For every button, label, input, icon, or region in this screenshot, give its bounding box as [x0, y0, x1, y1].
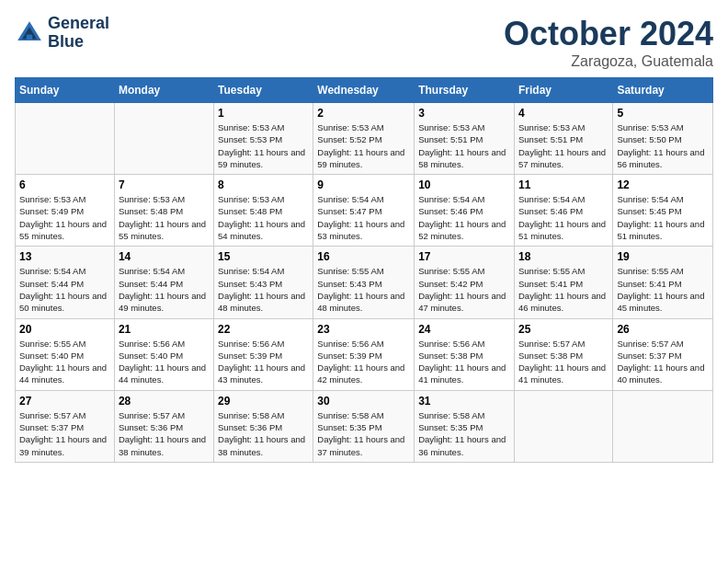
day-info: Sunrise: 5:57 AMSunset: 5:36 PMDaylight:… [119, 409, 210, 458]
logo-icon [15, 18, 44, 48]
calendar-day-cell: 6 Sunrise: 5:53 AMSunset: 5:49 PMDayligh… [16, 175, 115, 247]
day-info: Sunrise: 5:57 AMSunset: 5:38 PMDaylight:… [518, 338, 609, 386]
calendar-body: 1 Sunrise: 5:53 AMSunset: 5:53 PMDayligh… [16, 103, 713, 463]
calendar-day-cell: 24 Sunrise: 5:56 AMSunset: 5:38 PMDaylig… [415, 318, 515, 390]
day-number: 29 [218, 395, 309, 408]
day-number: 31 [418, 395, 510, 408]
day-number: 14 [119, 250, 210, 263]
calendar-day-cell: 19 Sunrise: 5:55 AMSunset: 5:41 PMDaylig… [613, 247, 713, 318]
day-number: 21 [119, 323, 210, 336]
day-info: Sunrise: 5:53 AMSunset: 5:48 PMDaylight:… [218, 193, 309, 242]
day-info: Sunrise: 5:53 AMSunset: 5:53 PMDaylight:… [218, 121, 309, 170]
day-info: Sunrise: 5:53 AMSunset: 5:48 PMDaylight:… [119, 193, 210, 242]
day-number: 27 [19, 395, 110, 408]
calendar-week-row: 1 Sunrise: 5:53 AMSunset: 5:53 PMDayligh… [16, 103, 713, 175]
calendar-day-cell: 17 Sunrise: 5:55 AMSunset: 5:42 PMDaylig… [415, 247, 515, 318]
weekday-header-cell: Sunday [16, 78, 115, 103]
day-info: Sunrise: 5:57 AMSunset: 5:37 PMDaylight:… [617, 338, 709, 386]
day-info: Sunrise: 5:54 AMSunset: 5:45 PMDaylight:… [617, 193, 709, 242]
day-info: Sunrise: 5:55 AMSunset: 5:41 PMDaylight:… [518, 265, 609, 314]
calendar-day-cell: 20 Sunrise: 5:55 AMSunset: 5:40 PMDaylig… [16, 318, 115, 390]
day-number: 7 [119, 178, 210, 191]
day-number: 24 [418, 323, 510, 336]
day-info: Sunrise: 5:58 AMSunset: 5:36 PMDaylight:… [218, 409, 309, 458]
page-header: General Blue October 2024 Zaragoza, Guat… [15, 15, 713, 70]
day-number: 17 [418, 250, 510, 263]
day-info: Sunrise: 5:57 AMSunset: 5:37 PMDaylight:… [19, 409, 110, 458]
calendar-day-cell: 27 Sunrise: 5:57 AMSunset: 5:37 PMDaylig… [16, 390, 115, 462]
calendar-day-cell: 11 Sunrise: 5:54 AMSunset: 5:46 PMDaylig… [514, 175, 612, 247]
day-number: 26 [617, 323, 709, 336]
day-number: 13 [19, 250, 110, 263]
day-number: 10 [418, 178, 510, 191]
day-info: Sunrise: 5:55 AMSunset: 5:40 PMDaylight:… [19, 338, 110, 386]
weekday-header-cell: Tuesday [214, 78, 313, 103]
weekday-header-cell: Saturday [613, 78, 713, 103]
calendar-week-row: 27 Sunrise: 5:57 AMSunset: 5:37 PMDaylig… [16, 390, 713, 462]
day-number: 9 [317, 178, 410, 191]
day-number: 19 [617, 250, 709, 263]
day-info: Sunrise: 5:54 AMSunset: 5:43 PMDaylight:… [218, 265, 309, 314]
calendar-day-cell: 13 Sunrise: 5:54 AMSunset: 5:44 PMDaylig… [16, 247, 115, 318]
day-number: 28 [119, 395, 210, 408]
day-number: 3 [418, 107, 510, 120]
calendar-day-cell: 4 Sunrise: 5:53 AMSunset: 5:51 PMDayligh… [514, 103, 612, 175]
location-subtitle: Zaragoza, Guatemala [504, 53, 713, 70]
calendar-table: SundayMondayTuesdayWednesdayThursdayFrid… [15, 77, 713, 463]
weekday-header-row: SundayMondayTuesdayWednesdayThursdayFrid… [16, 78, 713, 103]
calendar-day-cell: 9 Sunrise: 5:54 AMSunset: 5:47 PMDayligh… [313, 175, 415, 247]
day-info: Sunrise: 5:54 AMSunset: 5:44 PMDaylight:… [19, 265, 110, 314]
day-number: 30 [317, 395, 410, 408]
day-info: Sunrise: 5:53 AMSunset: 5:51 PMDaylight:… [518, 121, 609, 170]
day-info: Sunrise: 5:54 AMSunset: 5:46 PMDaylight:… [518, 193, 609, 242]
day-number: 18 [518, 250, 609, 263]
logo: General Blue [15, 15, 109, 52]
calendar-day-cell [514, 390, 612, 462]
day-info: Sunrise: 5:58 AMSunset: 5:35 PMDaylight:… [418, 409, 510, 458]
day-info: Sunrise: 5:53 AMSunset: 5:50 PMDaylight:… [617, 121, 709, 170]
calendar-day-cell: 7 Sunrise: 5:53 AMSunset: 5:48 PMDayligh… [114, 175, 213, 247]
calendar-day-cell: 5 Sunrise: 5:53 AMSunset: 5:50 PMDayligh… [613, 103, 713, 175]
day-info: Sunrise: 5:56 AMSunset: 5:39 PMDaylight:… [317, 338, 410, 386]
day-number: 16 [317, 250, 410, 263]
calendar-day-cell: 10 Sunrise: 5:54 AMSunset: 5:46 PMDaylig… [415, 175, 515, 247]
day-number: 11 [518, 178, 609, 191]
day-number: 8 [218, 178, 309, 191]
calendar-day-cell: 30 Sunrise: 5:58 AMSunset: 5:35 PMDaylig… [313, 390, 415, 462]
month-title: October 2024 [504, 15, 713, 53]
calendar-week-row: 13 Sunrise: 5:54 AMSunset: 5:44 PMDaylig… [16, 247, 713, 318]
calendar-week-row: 6 Sunrise: 5:53 AMSunset: 5:49 PMDayligh… [16, 175, 713, 247]
calendar-day-cell [114, 103, 213, 175]
day-info: Sunrise: 5:54 AMSunset: 5:47 PMDaylight:… [317, 193, 410, 242]
calendar-day-cell: 1 Sunrise: 5:53 AMSunset: 5:53 PMDayligh… [214, 103, 313, 175]
calendar-week-row: 20 Sunrise: 5:55 AMSunset: 5:40 PMDaylig… [16, 318, 713, 390]
calendar-day-cell: 26 Sunrise: 5:57 AMSunset: 5:37 PMDaylig… [613, 318, 713, 390]
calendar-day-cell: 25 Sunrise: 5:57 AMSunset: 5:38 PMDaylig… [514, 318, 612, 390]
day-number: 22 [218, 323, 309, 336]
weekday-header-cell: Friday [514, 78, 612, 103]
svg-rect-2 [27, 34, 32, 40]
day-info: Sunrise: 5:53 AMSunset: 5:52 PMDaylight:… [317, 121, 410, 170]
day-info: Sunrise: 5:55 AMSunset: 5:43 PMDaylight:… [317, 265, 410, 314]
title-block: October 2024 Zaragoza, Guatemala [504, 15, 713, 70]
day-info: Sunrise: 5:55 AMSunset: 5:41 PMDaylight:… [617, 265, 709, 314]
day-info: Sunrise: 5:56 AMSunset: 5:40 PMDaylight:… [119, 338, 210, 386]
weekday-header-cell: Wednesday [313, 78, 415, 103]
day-number: 4 [518, 107, 609, 120]
day-number: 5 [617, 107, 709, 120]
calendar-day-cell: 21 Sunrise: 5:56 AMSunset: 5:40 PMDaylig… [114, 318, 213, 390]
calendar-day-cell: 22 Sunrise: 5:56 AMSunset: 5:39 PMDaylig… [214, 318, 313, 390]
calendar-day-cell: 8 Sunrise: 5:53 AMSunset: 5:48 PMDayligh… [214, 175, 313, 247]
calendar-day-cell: 14 Sunrise: 5:54 AMSunset: 5:44 PMDaylig… [114, 247, 213, 318]
day-number: 15 [218, 250, 309, 263]
day-info: Sunrise: 5:53 AMSunset: 5:49 PMDaylight:… [19, 193, 110, 242]
calendar-day-cell: 18 Sunrise: 5:55 AMSunset: 5:41 PMDaylig… [514, 247, 612, 318]
day-number: 6 [19, 178, 110, 191]
calendar-day-cell: 29 Sunrise: 5:58 AMSunset: 5:36 PMDaylig… [214, 390, 313, 462]
calendar-day-cell [16, 103, 115, 175]
day-number: 12 [617, 178, 709, 191]
calendar-day-cell: 16 Sunrise: 5:55 AMSunset: 5:43 PMDaylig… [313, 247, 415, 318]
day-number: 1 [218, 107, 309, 120]
logo-line1: General [48, 15, 109, 33]
calendar-day-cell: 28 Sunrise: 5:57 AMSunset: 5:36 PMDaylig… [114, 390, 213, 462]
